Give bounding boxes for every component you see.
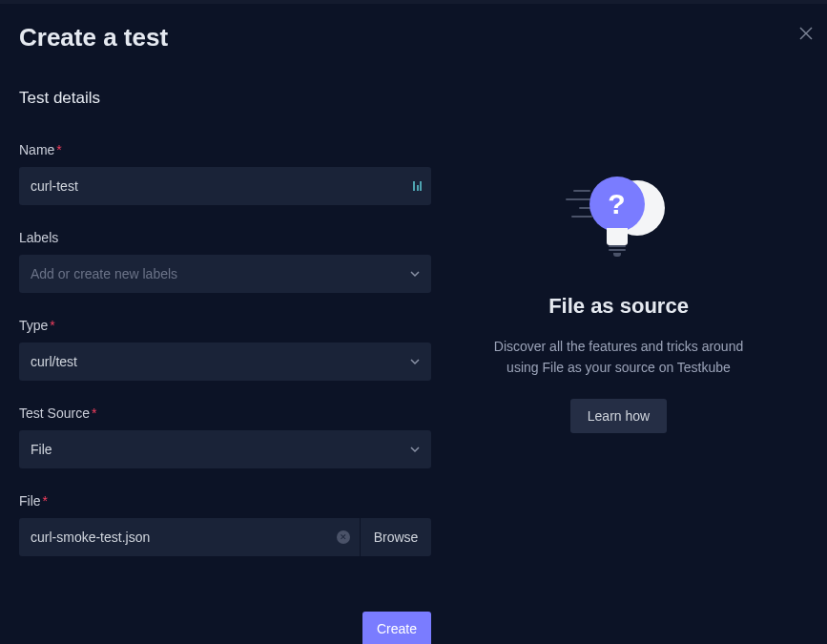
type-select[interactable]: curl/test (19, 343, 431, 381)
labels-select[interactable]: Add or create new labels (19, 255, 431, 293)
lightbulb-icon: ? (567, 177, 672, 267)
learn-how-button[interactable]: Learn how (570, 399, 667, 433)
browse-button[interactable]: Browse (361, 518, 431, 556)
input-helper-icon (413, 181, 422, 191)
modal-title: Create a test (19, 23, 420, 52)
file-label: File* (19, 493, 420, 509)
info-description: Discover all the features and tricks aro… (486, 336, 753, 379)
section-title: Test details (19, 89, 420, 108)
name-label: Name* (19, 142, 420, 157)
type-label: Type* (19, 318, 420, 333)
create-button[interactable]: Create (362, 612, 431, 644)
info-title: File as source (548, 294, 689, 319)
clear-file-icon[interactable]: ✕ (337, 530, 350, 544)
close-icon[interactable] (798, 25, 814, 44)
test-source-select[interactable]: File (19, 430, 431, 468)
chevron-down-icon (410, 357, 420, 366)
chevron-down-icon (410, 445, 420, 454)
labels-label: Labels (19, 230, 420, 245)
form-panel: Create a test Test details Name* Labels (0, 4, 439, 644)
chevron-down-icon (410, 269, 420, 279)
info-panel: ? File as source Discover all the featur… (439, 4, 827, 644)
test-source-label: Test Source* (19, 405, 420, 421)
name-input[interactable] (19, 167, 431, 205)
file-input[interactable] (19, 518, 360, 556)
